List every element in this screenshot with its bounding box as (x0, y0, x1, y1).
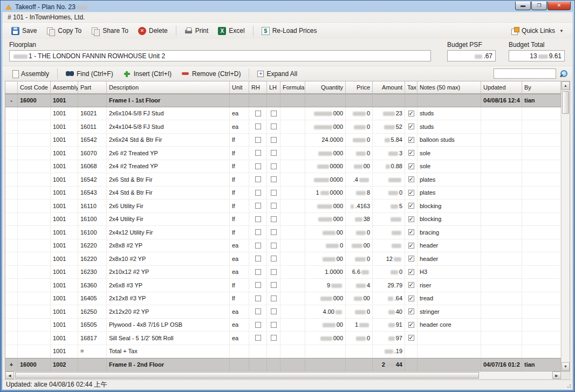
formula-cell[interactable] (280, 305, 305, 318)
unit-cell[interactable]: lf (230, 213, 249, 226)
cost-code-cell[interactable] (18, 173, 51, 186)
amount-cell[interactable]: .64 (373, 292, 405, 305)
description-cell[interactable]: 2x12x20 #2 YP (107, 305, 230, 318)
price-cell[interactable]: 1 (346, 319, 373, 332)
part-cell[interactable]: 16110 (78, 200, 107, 212)
copy-to-button[interactable]: Copy To (42, 25, 86, 37)
checkbox-checked[interactable] (408, 282, 414, 288)
checkbox-unchecked[interactable] (255, 123, 261, 129)
amount-cell[interactable] (373, 173, 405, 186)
price-cell[interactable]: 0 (346, 226, 373, 239)
assembly-cell[interactable]: 1001 (51, 279, 78, 292)
item-row[interactable]: 1001165432x4 Std & Btr Firlf1000080plate… (5, 187, 561, 200)
checkbox-unchecked[interactable] (271, 282, 277, 288)
assembly-cell[interactable]: 1001 (51, 292, 78, 305)
notes-cell[interactable]: riser (417, 279, 481, 292)
amount-cell[interactable]: 40 (373, 305, 405, 318)
item-row[interactable]: 1001162202x8x10 #2 YPea00012header (5, 252, 561, 266)
assembly-cell[interactable]: 1001 (51, 173, 78, 186)
checkbox-unchecked[interactable] (255, 243, 261, 249)
quantity-cell[interactable]: 10000 (305, 187, 346, 200)
vertical-scrollbar[interactable]: ▲ ▼ (561, 81, 570, 371)
checkbox-checked[interactable] (408, 216, 414, 222)
amount-cell[interactable] (373, 239, 405, 252)
item-row[interactable]: 1001161002x4x12 Utility Firlf000bracing (5, 226, 561, 239)
item-row[interactable]: 1001164052x12x8 #3 YPlf00000.64tread (5, 292, 561, 306)
checkbox-unchecked[interactable] (271, 322, 277, 328)
assembly-cell[interactable]: 1001 (51, 120, 78, 133)
quantity-cell[interactable]: 9 (305, 279, 346, 292)
notes-cell[interactable]: bracing (417, 226, 481, 239)
notes-cell[interactable]: stringer (417, 305, 481, 318)
formula-cell[interactable] (280, 213, 305, 226)
description-cell[interactable]: 2x4x104-5/8 FJ Stud (107, 120, 230, 133)
insert-button[interactable]: Insert (Ctrl+I) (119, 67, 176, 80)
delete-button[interactable]: ✕Delete (134, 25, 172, 37)
notes-cell[interactable]: header (417, 239, 481, 252)
quantity-cell[interactable]: 000 (305, 213, 346, 226)
expander-toggle[interactable]: + (5, 359, 18, 371)
cost-code-cell[interactable] (18, 200, 51, 212)
unit-cell[interactable]: lf (230, 147, 249, 160)
unit-cell[interactable]: ea (230, 319, 249, 332)
vertical-scroll-track[interactable] (562, 115, 570, 362)
horizontal-scrollbar[interactable]: ◀ ▶ (5, 372, 570, 380)
quantity-cell[interactable]: 000 (305, 120, 346, 133)
checkbox-unchecked[interactable] (271, 229, 277, 235)
assembly-cell[interactable]: 1001 (51, 305, 78, 318)
column-header-formula[interactable]: Formula (280, 81, 305, 94)
price-cell[interactable]: 00 (346, 239, 373, 252)
formula-cell[interactable] (280, 279, 305, 292)
notes-cell[interactable]: balloon studs (417, 134, 481, 147)
part-cell[interactable]: 16021 (78, 107, 107, 120)
checkbox-unchecked[interactable] (255, 308, 261, 314)
amount-cell[interactable]: 52 (373, 120, 405, 133)
notes-cell[interactable]: blocking (417, 213, 481, 226)
description-cell[interactable]: Sill Seal - 5 1/2' 50ft Roll (107, 332, 230, 345)
formula-cell[interactable] (280, 187, 305, 200)
notes-cell[interactable]: H3 (417, 266, 481, 279)
formula-cell[interactable] (280, 252, 305, 265)
scroll-up-button[interactable]: ▲ (562, 81, 570, 90)
unit-cell[interactable]: lf (230, 187, 249, 200)
assembly-cell[interactable]: 1001 (51, 226, 78, 239)
checkbox-unchecked[interactable] (255, 137, 261, 143)
unit-cell[interactable]: lf (230, 200, 249, 212)
price-cell[interactable]: 00 (346, 292, 373, 305)
price-cell[interactable]: 0 (346, 305, 373, 318)
checkbox-unchecked[interactable] (271, 137, 277, 143)
column-header-notes-50-max-[interactable]: Notes (50 max) (417, 81, 481, 94)
notes-cell[interactable]: header core (417, 319, 481, 332)
notes-cell[interactable]: plates (417, 173, 481, 186)
item-row[interactable]: 100116817Sill Seal - 5 1/2' 50ft Rollea0… (5, 332, 561, 345)
checkbox-unchecked[interactable] (255, 229, 261, 235)
checkbox-checked[interactable] (408, 111, 414, 116)
cost-code-cell[interactable] (18, 252, 51, 265)
cost-code-cell[interactable] (18, 107, 51, 120)
column-header-assembly[interactable]: Assembly (51, 81, 78, 94)
quantity-cell[interactable]: 000 (305, 147, 346, 160)
notes-cell[interactable]: studs (417, 120, 481, 133)
item-row[interactable]: 1001165422x6x24 Std & Btr Firlf24.000005… (5, 134, 561, 147)
budget-psf-input[interactable]: .67 (447, 50, 496, 61)
formula-cell[interactable] (280, 147, 305, 160)
item-row[interactable]: 1001160212x6x104-5/8 FJ Studea000023stud… (5, 107, 561, 121)
cost-code-cell[interactable] (18, 279, 51, 292)
expand-all-button[interactable]: +Expand All (253, 68, 302, 80)
scroll-right-button[interactable]: ▶ (552, 372, 561, 379)
print-button[interactable]: Print (180, 25, 213, 37)
assembly-cell[interactable]: 1001 (51, 107, 78, 120)
checkbox-unchecked[interactable] (255, 163, 261, 169)
unit-cell[interactable]: ea (230, 107, 249, 120)
column-header-amount[interactable]: Amount (373, 81, 405, 94)
description-cell[interactable]: 2x12x8 #3 YP (107, 292, 230, 305)
description-cell[interactable]: 2x6 Std & Btr Fir (107, 173, 230, 186)
amount-cell[interactable] (373, 226, 405, 239)
part-cell[interactable]: 16220 (78, 239, 107, 252)
close-button[interactable]: ✕ (547, 2, 571, 10)
description-cell[interactable]: 2x6 Utility Fir (107, 200, 230, 212)
formula-cell[interactable] (280, 332, 305, 345)
column-header-unit[interactable]: Unit (230, 81, 249, 94)
maximize-button[interactable]: ❐ (531, 2, 547, 10)
checkbox-unchecked[interactable] (255, 256, 261, 262)
